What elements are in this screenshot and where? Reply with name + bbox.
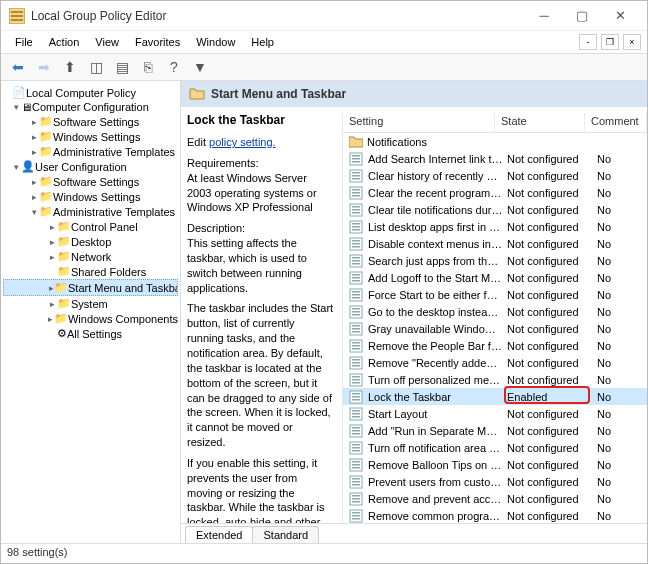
- setting-row[interactable]: Remove common program gr...Not configure…: [343, 507, 647, 523]
- policy-icon: [349, 339, 363, 353]
- svg-rect-54: [352, 362, 360, 364]
- setting-row[interactable]: Add Logoff to the Start MenuNot configur…: [343, 269, 647, 286]
- setting-row[interactable]: Add "Run in Separate Memory...Not config…: [343, 422, 647, 439]
- col-comment[interactable]: Comment: [585, 113, 647, 132]
- export-button[interactable]: ⎘: [137, 56, 159, 78]
- tree-item[interactable]: ▸📁 System: [3, 296, 178, 311]
- tree-computer-config[interactable]: ▾🖥 Computer Configuration: [3, 100, 178, 114]
- col-setting[interactable]: Setting: [343, 113, 495, 132]
- svg-rect-87: [352, 501, 360, 503]
- setting-row[interactable]: Start LayoutNot configuredNo: [343, 405, 647, 422]
- svg-rect-58: [352, 379, 360, 381]
- tab-extended[interactable]: Extended: [185, 526, 253, 543]
- setting-row[interactable]: Search just apps from the App...Not conf…: [343, 252, 647, 269]
- svg-rect-86: [352, 498, 360, 500]
- setting-row[interactable]: Prevent users from customizin...Not conf…: [343, 473, 647, 490]
- svg-rect-34: [352, 277, 360, 279]
- menu-favorites[interactable]: Favorites: [127, 34, 188, 50]
- svg-rect-19: [352, 212, 360, 214]
- setting-row[interactable]: Clear the recent programs list f...Not c…: [343, 184, 647, 201]
- setting-row[interactable]: Remove "Recently added" list f...Not con…: [343, 354, 647, 371]
- properties-button[interactable]: ▤: [111, 56, 133, 78]
- folder-icon: [189, 86, 205, 102]
- tree-admin-templates[interactable]: ▾📁 Administrative Templates: [3, 204, 178, 219]
- policy-icon: [349, 492, 363, 506]
- mdi-close-button[interactable]: ×: [623, 34, 641, 50]
- setting-row[interactable]: Clear tile notifications during l...Not …: [343, 201, 647, 218]
- tree-user-config[interactable]: ▾👤 User Configuration: [3, 159, 178, 174]
- svg-rect-83: [352, 484, 360, 486]
- grid-body[interactable]: Notifications Add Search Internet link t…: [343, 133, 647, 523]
- setting-row[interactable]: Remove Balloon Tips on Start ...Not conf…: [343, 456, 647, 473]
- selected-setting-title: Lock the Taskbar: [187, 113, 334, 127]
- grid-header: Setting State Comment: [343, 113, 647, 133]
- titlebar: Local Group Policy Editor ─ ▢ ✕: [1, 1, 647, 31]
- mdi-restore-button[interactable]: ❐: [601, 34, 619, 50]
- setting-row[interactable]: Remove the People Bar from t...Not confi…: [343, 337, 647, 354]
- nav-tree[interactable]: 📄 Local Computer Policy ▾🖥 Computer Conf…: [1, 81, 181, 543]
- minimize-button[interactable]: ─: [525, 4, 563, 28]
- edit-policy-link[interactable]: policy setting.: [209, 136, 276, 148]
- svg-rect-35: [352, 280, 360, 282]
- menu-view[interactable]: View: [87, 34, 127, 50]
- svg-rect-6: [352, 158, 360, 160]
- svg-rect-90: [352, 515, 360, 517]
- menu-window[interactable]: Window: [188, 34, 243, 50]
- tree-item[interactable]: ⚙ All Settings: [3, 326, 178, 341]
- svg-rect-85: [352, 495, 360, 497]
- menubar: File Action View Favorites Window Help -…: [1, 31, 647, 53]
- tree-item[interactable]: ▸📁 Software Settings: [3, 174, 178, 189]
- tree-root[interactable]: 📄 Local Computer Policy: [3, 85, 178, 100]
- menu-file[interactable]: File: [7, 34, 41, 50]
- tree-item[interactable]: ▸📁 Windows Components: [3, 311, 178, 326]
- back-button[interactable]: ⬅: [7, 56, 29, 78]
- col-state[interactable]: State: [495, 113, 585, 132]
- tree-item-selected[interactable]: ▸📁 Start Menu and Taskbar: [3, 279, 178, 296]
- tree-item[interactable]: ▸📁 Desktop: [3, 234, 178, 249]
- svg-rect-79: [352, 467, 360, 469]
- svg-rect-81: [352, 478, 360, 480]
- policy-icon: [349, 288, 363, 302]
- policy-icon: [349, 407, 363, 421]
- menu-help[interactable]: Help: [243, 34, 282, 50]
- svg-rect-11: [352, 178, 360, 180]
- tree-item[interactable]: ▸📁 Windows Settings: [3, 129, 178, 144]
- svg-rect-55: [352, 365, 360, 367]
- menu-action[interactable]: Action: [41, 34, 88, 50]
- setting-row[interactable]: Clear history of recently opene...Not co…: [343, 167, 647, 184]
- show-hide-tree-button[interactable]: ◫: [85, 56, 107, 78]
- help-button[interactable]: ?: [163, 56, 185, 78]
- forward-button[interactable]: ➡: [33, 56, 55, 78]
- mdi-minimize-button[interactable]: -: [579, 34, 597, 50]
- setting-row[interactable]: Remove and prevent access to...Not confi…: [343, 490, 647, 507]
- setting-row[interactable]: Go to the desktop instead of St...Not co…: [343, 303, 647, 320]
- close-button[interactable]: ✕: [601, 4, 639, 28]
- maximize-button[interactable]: ▢: [563, 4, 601, 28]
- setting-row[interactable]: Gray unavailable Windows Inst...Not conf…: [343, 320, 647, 337]
- setting-row[interactable]: Turn off personalized menusNot configure…: [343, 371, 647, 388]
- up-button[interactable]: ⬆: [59, 56, 81, 78]
- setting-row[interactable]: Add Search Internet link to Sta...Not co…: [343, 150, 647, 167]
- setting-row[interactable]: List desktop apps first in the A...Not c…: [343, 218, 647, 235]
- setting-row[interactable]: Force Start to be either full scr...Not …: [343, 286, 647, 303]
- svg-rect-7: [352, 161, 360, 163]
- svg-rect-49: [352, 342, 360, 344]
- tree-item[interactable]: ▸📁 Control Panel: [3, 219, 178, 234]
- subfolder-row[interactable]: Notifications: [343, 133, 647, 150]
- tree-item[interactable]: ▸📁 Network: [3, 249, 178, 264]
- setting-row[interactable]: Disable context menus in the S...Not con…: [343, 235, 647, 252]
- svg-rect-37: [352, 291, 360, 293]
- tree-item[interactable]: ▸📁 Software Settings: [3, 114, 178, 129]
- tree-item[interactable]: 📁 Shared Folders: [3, 264, 178, 279]
- setting-row[interactable]: Lock the TaskbarEnabledNo: [343, 388, 647, 405]
- filter-button[interactable]: ▼: [189, 56, 211, 78]
- policy-icon: [349, 271, 363, 285]
- setting-row[interactable]: Turn off notification area clean...Not c…: [343, 439, 647, 456]
- svg-rect-73: [352, 444, 360, 446]
- folder-icon: [349, 136, 363, 148]
- tree-item[interactable]: ▸📁 Administrative Templates: [3, 144, 178, 159]
- policy-icon: [349, 424, 363, 438]
- tree-item[interactable]: ▸📁 Windows Settings: [3, 189, 178, 204]
- tab-standard[interactable]: Standard: [252, 526, 319, 543]
- svg-rect-43: [352, 314, 360, 316]
